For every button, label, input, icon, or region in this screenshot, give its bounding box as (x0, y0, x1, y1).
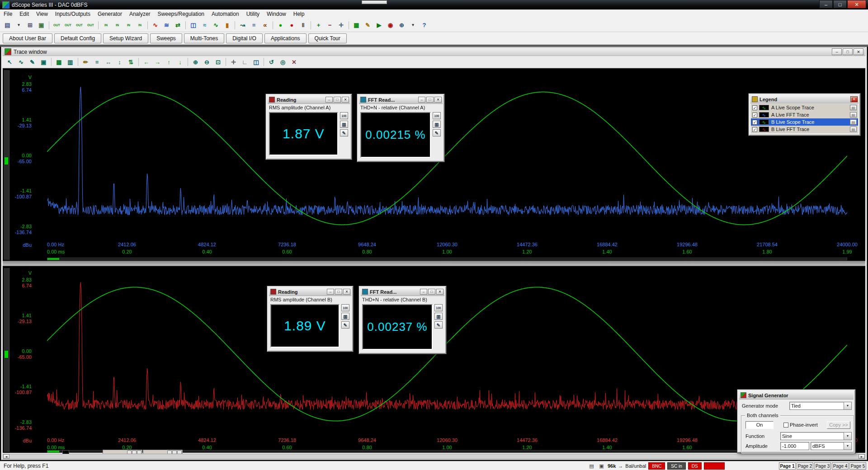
applications-button[interactable]: Applications (264, 33, 307, 43)
scrollbar-thumb[interactable] (362, 0, 387, 4)
chevron-down-icon[interactable]: ▼ (844, 402, 851, 409)
fft-reading-window-a[interactable]: FFT Read... – □ ✕ THD+N - relative (Chan… (357, 94, 444, 162)
log-readings-button[interactable]: ✎ (433, 129, 441, 136)
trace-visible-checkbox[interactable]: ✓ (752, 120, 757, 125)
digital-in-b-icon[interactable]: IN (135, 20, 145, 30)
digital-out-b-icon[interactable]: OUT (85, 20, 96, 30)
channel-on-button[interactable]: On (745, 421, 774, 429)
print-icon[interactable]: ⊞ (25, 20, 35, 30)
zoom-out-icon[interactable]: ⊖ (202, 57, 212, 67)
meter-mode-button[interactable]: ▥ (341, 313, 349, 320)
legend-item-b-live-scope-trace[interactable]: ✓∿B Live Scope Trace▤ (751, 118, 858, 126)
zoom-y-icon[interactable]: ↕ (114, 57, 125, 67)
minimize-button[interactable]: – (326, 97, 333, 103)
scroll-right-icon[interactable]: ► (859, 454, 865, 459)
chevron-down-icon[interactable]: ▼ (844, 432, 851, 440)
clear-traces-icon[interactable]: ✕ (289, 57, 299, 67)
notes-icon[interactable]: ✎ (363, 20, 373, 30)
close-button[interactable]: ✕ (436, 289, 443, 295)
maximize-button[interactable]: □ (426, 97, 434, 103)
log-readings-button[interactable]: ✎ (341, 321, 349, 329)
menu-analyzer[interactable]: Analyzer (126, 9, 154, 19)
overlay-panels-icon[interactable]: ◫ (251, 57, 261, 67)
fft-a-titlebar[interactable]: FFT Read... – □ ✕ (359, 96, 443, 104)
amplitude-unit-select[interactable]: dBFS ▼ (811, 442, 852, 450)
report-export-icon[interactable]: ▤ (2, 20, 13, 30)
menu-automation[interactable]: Automation (208, 9, 243, 19)
crosshair-icon[interactable]: ✛ (336, 20, 346, 30)
trace-visible-checkbox[interactable]: ✓ (752, 105, 757, 110)
meter-mode-button[interactable]: ▥ (340, 121, 348, 128)
menu-sweeps-regulation[interactable]: Sweeps/Regulation (154, 9, 208, 19)
trace-list-icon[interactable]: ≡ (92, 57, 102, 67)
analyzer-icon[interactable]: ◫ (188, 20, 198, 30)
percent-scale-button[interactable]: 100 (340, 112, 348, 119)
page-3-button[interactable]: Page 3 (814, 462, 831, 470)
scope-fft-display-b[interactable] (47, 269, 847, 432)
scope-fft-display-a[interactable] (47, 74, 847, 236)
panel-b-pan-thumb[interactable] (47, 451, 59, 452)
signal-generator-window[interactable]: Signal Generator Generator mode Tied ▼ B… (737, 390, 855, 453)
default-config-button[interactable]: Default Config (54, 33, 101, 43)
legend-titlebar[interactable]: Legend ✕ (750, 95, 859, 103)
horizontal-scrollbar[interactable]: ◄ ► (3, 454, 865, 459)
fft-analyzer-icon[interactable]: ≈ (199, 20, 210, 30)
edit-trace-icon[interactable]: ✎ (27, 57, 38, 67)
copy-screen-icon[interactable]: ▣ (36, 20, 47, 30)
legend-item-a-live-fft-trace[interactable]: ✓∿A Live FFT Trace▤ (751, 111, 858, 118)
bnc-indicator[interactable]: BNC (648, 462, 665, 470)
page-2-button[interactable]: Page 2 (797, 462, 813, 470)
meter-mode-button[interactable]: ▥ (433, 121, 441, 128)
page-1-button[interactable]: Page 1 (779, 462, 796, 470)
generator-mode-select[interactable]: Tied ▼ (789, 402, 852, 410)
about-user-bar-button[interactable]: About User Bar (3, 33, 52, 43)
smooth-trace-icon[interactable]: ∿ (16, 57, 26, 67)
edit-axes-icon[interactable]: ✏ (80, 57, 91, 67)
zoom-in-icon[interactable]: ⊕ (190, 57, 201, 67)
page-5-button[interactable]: Page 5 (849, 462, 866, 470)
minimize-button[interactable]: – (420, 289, 427, 295)
function-select[interactable]: Sine ▼ (780, 432, 852, 440)
ds-indicator[interactable]: DS (688, 462, 702, 470)
fit-view-icon[interactable]: ⊡ (213, 57, 223, 67)
percent-scale-button[interactable]: 100 (433, 112, 441, 119)
export-dropdown-icon[interactable]: ▾ (14, 20, 24, 30)
menu-edit[interactable]: Edit (16, 9, 33, 19)
sync-source-icon[interactable]: ⇄ (173, 20, 183, 30)
cursor-2-icon[interactable]: ∟ (240, 57, 250, 67)
analog-out-b-icon[interactable]: OUT (63, 20, 73, 30)
main-titlebar[interactable]: dScope Series III - DAC 0dBFS – □ ✕ (0, 0, 868, 9)
signal-generator-titlebar[interactable]: Signal Generator (739, 391, 854, 400)
digital-i-o-button[interactable]: Digital I/O (226, 33, 263, 43)
pause-icon[interactable]: ‖ (298, 20, 308, 30)
sc-in-indicator[interactable]: SC in (667, 462, 685, 470)
percent-scale-button[interactable]: 100 (341, 304, 349, 311)
quick-tour-button[interactable]: Quick Tour (308, 33, 347, 43)
log-readings-button[interactable]: ✎ (434, 321, 443, 329)
bitmap-export-icon[interactable]: ▦ (54, 57, 64, 67)
percent-scale-button[interactable]: 100 (434, 304, 443, 311)
scroll-left-icon[interactable]: ◄ (3, 454, 9, 459)
trace-visible-checkbox[interactable]: ✓ (752, 113, 757, 118)
level-meter-icon[interactable]: ▮ (222, 20, 232, 30)
add-trace-icon[interactable]: + (313, 20, 324, 30)
menu-inputs-outputs[interactable]: Inputs/Outputs (52, 9, 94, 19)
minimize-button[interactable]: – (418, 97, 425, 103)
digital-in-a-icon[interactable]: IN (123, 20, 134, 30)
setup-wizard-button[interactable]: Setup Wizard (103, 33, 148, 43)
copy-settings-button[interactable]: Copy >> (827, 421, 850, 429)
meter-mode-button[interactable]: ▥ (434, 313, 443, 320)
panel-a-pan-thumb[interactable] (47, 258, 59, 260)
sweeps-button[interactable]: Sweeps (150, 33, 182, 43)
menu-view[interactable]: View (33, 9, 52, 19)
trace-minimize-button[interactable]: – (832, 48, 842, 55)
remove-trace-icon[interactable]: − (325, 20, 335, 30)
fft-b-titlebar[interactable]: FFT Read... – □ ✕ (361, 288, 444, 296)
pan-down-icon[interactable]: ↓ (175, 57, 185, 67)
minimize-button[interactable]: – (819, 0, 833, 9)
fft-reading-window-b[interactable]: FFT Read... – □ ✕ THD+N - relative (Chan… (359, 286, 446, 354)
menu-file[interactable]: File (0, 9, 16, 19)
menu-window[interactable]: Window (263, 9, 290, 19)
panel-divider[interactable] (3, 261, 865, 266)
reading-a-titlebar[interactable]: Reading – □ ✕ (268, 96, 350, 104)
